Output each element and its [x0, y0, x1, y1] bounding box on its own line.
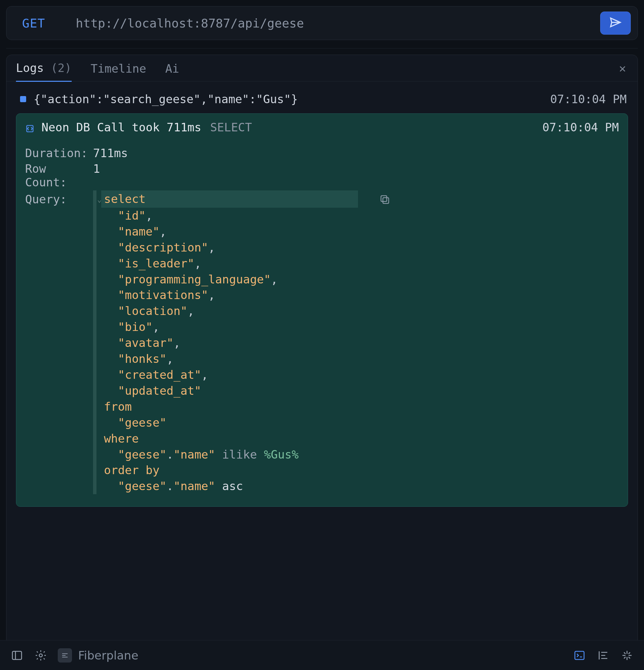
database-icon: [25, 122, 35, 132]
send-icon: [609, 16, 622, 30]
log-card-meta: Duration: 711ms Row Count: 1: [25, 146, 619, 189]
copy-button[interactable]: [379, 194, 391, 205]
tab-logs-count: (2): [51, 61, 71, 75]
log-card-title: Neon DB Call took 711ms: [41, 120, 201, 134]
log-time: 07:10:04 PM: [550, 92, 627, 106]
sidebar-toggle-icon[interactable]: [10, 648, 24, 662]
rowcount-value: 1: [93, 162, 100, 189]
divider: [6, 48, 638, 49]
log-card-keyword: SELECT: [210, 120, 252, 134]
tab-ai[interactable]: Ai: [166, 55, 179, 81]
sql-code[interactable]: select "id", "name", "description", "is_…: [93, 190, 358, 494]
log-level-icon: [20, 96, 26, 102]
log-card-time: 07:10:04 PM: [542, 120, 619, 134]
logs-body: {"action":"search_geese","name":"Gus"} 0…: [6, 81, 638, 517]
tab-logs[interactable]: Logs (2): [16, 54, 72, 82]
svg-rect-2: [381, 196, 387, 202]
svg-rect-3: [13, 651, 22, 659]
duration-label: Duration:: [25, 146, 93, 160]
svg-point-4: [39, 654, 42, 657]
tab-logs-label: Logs: [16, 61, 44, 75]
gear-icon[interactable]: [34, 648, 48, 662]
log-text: {"action":"search_geese","name":"Gus"}: [34, 92, 543, 106]
brand-name: Fiberplane: [78, 648, 138, 662]
send-button[interactable]: [600, 12, 631, 35]
request-bar: GET http://localhost:8787/api/geese: [6, 6, 638, 40]
log-card-expanded: Neon DB Call took 711ms SELECT 07:10:04 …: [16, 113, 628, 507]
logs-panel: Logs (2) Timeline Ai ✕ {"action":"search…: [6, 55, 638, 670]
log-card-header[interactable]: Neon DB Call took 711ms SELECT 07:10:04 …: [25, 120, 619, 134]
brand-badge[interactable]: Fiberplane: [58, 648, 138, 662]
http-method[interactable]: GET: [22, 16, 45, 30]
log-row[interactable]: {"action":"search_geese","name":"Gus"} 0…: [16, 90, 628, 108]
tabs-row: Logs (2) Timeline Ai ✕: [6, 55, 638, 81]
terminal-icon[interactable]: [573, 648, 586, 662]
svg-rect-1: [383, 198, 389, 203]
query-label: Query:: [25, 190, 93, 494]
chevron-down-icon[interactable]: ⌄: [97, 195, 102, 204]
request-url[interactable]: http://localhost:8787/api/geese: [76, 16, 570, 30]
align-icon[interactable]: [596, 648, 610, 662]
bottom-bar: Fiberplane: [0, 640, 644, 670]
tab-timeline[interactable]: Timeline: [91, 55, 146, 81]
duration-value: 711ms: [93, 146, 128, 160]
brand-logo-icon: [58, 648, 72, 662]
svg-rect-5: [575, 651, 584, 659]
sql-block: ⌄ select "id", "name", "description", "i…: [93, 190, 358, 494]
rowcount-label: Row Count:: [25, 162, 93, 189]
close-icon[interactable]: ✕: [617, 59, 628, 77]
sparkle-icon[interactable]: [620, 648, 634, 662]
